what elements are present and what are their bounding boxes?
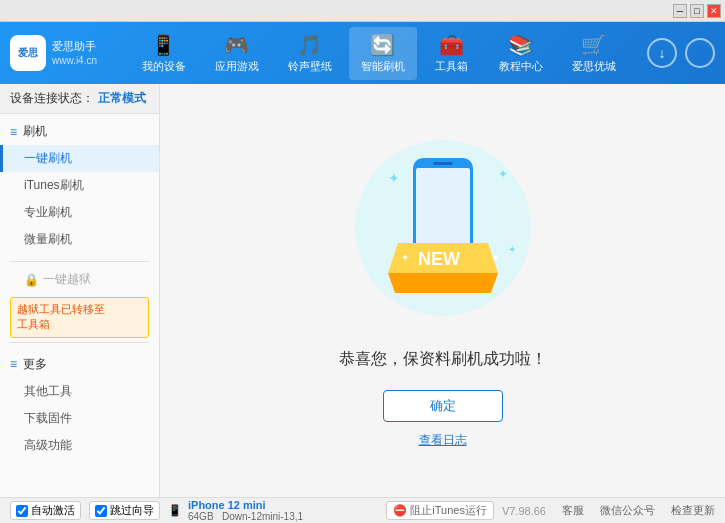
- sidebar-divider-1: [10, 261, 149, 262]
- bottom-bar: 自动激活 跳过向导 📱 iPhone 12 mini 64GB Down-12m…: [0, 497, 725, 523]
- maximize-button[interactable]: □: [690, 4, 704, 18]
- content-area: ✦ ✦ ✦ NEW ✦ ✦: [160, 84, 725, 497]
- logo-icon: 爱思: [10, 35, 46, 71]
- ringtone-icon: 🎵: [297, 33, 322, 57]
- auto-connect-input[interactable]: [16, 505, 28, 517]
- nav-smart-flash[interactable]: 🔄 智能刷机: [349, 27, 417, 80]
- title-bar: ─ □ ✕: [0, 0, 725, 22]
- flash-section-icon: ≡: [10, 125, 17, 139]
- sidebar-item-download-firmware[interactable]: 下载固件: [0, 405, 159, 432]
- header: 爱思 爱思助手 www.i4.cn 📱 我的设备 🎮 应用游戏 🎵 铃声壁纸 🔄…: [0, 22, 725, 84]
- daily-link[interactable]: 查看日志: [419, 432, 467, 449]
- flash-section-header[interactable]: ≡ 刷机: [0, 118, 159, 145]
- check-update-link[interactable]: 检查更新: [671, 503, 715, 518]
- device-phone-icon: 📱: [168, 504, 182, 517]
- lock-icon: 🔒: [24, 273, 39, 287]
- apps-icon: 🎮: [224, 33, 249, 57]
- sidebar-section-more: ≡ 更多 其他工具 下载固件 高级功能: [0, 347, 159, 463]
- window-controls[interactable]: ─ □ ✕: [673, 4, 721, 18]
- nav-ringtones[interactable]: 🎵 铃声壁纸: [276, 27, 344, 80]
- sidebar-item-one-click-flash[interactable]: 一键刷机: [0, 145, 159, 172]
- logo-area: 爱思 爱思助手 www.i4.cn: [10, 35, 110, 71]
- main-container: 设备连接状态： 正常模式 ≡ 刷机 一键刷机 iTunes刷机 专业刷机 微量刷…: [0, 84, 725, 497]
- close-button[interactable]: ✕: [707, 4, 721, 18]
- wechat-link[interactable]: 微信公众号: [600, 503, 655, 518]
- sidebar-item-other-tools[interactable]: 其他工具: [0, 378, 159, 405]
- svg-text:✦: ✦: [491, 252, 499, 263]
- svg-text:✦: ✦: [508, 244, 516, 255]
- sidebar-item-advanced[interactable]: 高级功能: [0, 432, 159, 459]
- sidebar-item-no-data-flash[interactable]: 微量刷机: [0, 226, 159, 253]
- nav-tutorial[interactable]: 📚 教程中心: [487, 27, 555, 80]
- sidebar-divider-2: [10, 342, 149, 343]
- sidebar: 设备连接状态： 正常模式 ≡ 刷机 一键刷机 iTunes刷机 专业刷机 微量刷…: [0, 84, 160, 497]
- logo-text: 爱思助手 www.i4.cn: [52, 39, 97, 66]
- header-right: ↓ 👤: [647, 38, 715, 68]
- status-bar: 设备连接状态： 正常模式: [0, 84, 159, 114]
- bottom-right: V7.98.66 客服 微信公众号 检查更新: [502, 503, 715, 518]
- auto-connect-checkbox[interactable]: 自动激活: [10, 501, 81, 520]
- svg-text:✦: ✦: [498, 167, 508, 181]
- illustration-svg: ✦ ✦ ✦ NEW ✦ ✦: [343, 133, 543, 333]
- user-button[interactable]: 👤: [685, 38, 715, 68]
- more-section-header[interactable]: ≡ 更多: [0, 351, 159, 378]
- jailbreak-notice: 越狱工具已转移至工具箱: [10, 297, 149, 338]
- sidebar-section-flash: ≡ 刷机 一键刷机 iTunes刷机 专业刷机 微量刷机: [0, 114, 159, 257]
- flash-icon: 🔄: [370, 33, 395, 57]
- device-info: 📱 iPhone 12 mini 64GB Down-12mini-13,1: [168, 499, 303, 522]
- phone-icon: 📱: [151, 33, 176, 57]
- svg-rect-8: [433, 162, 453, 165]
- support-link[interactable]: 客服: [562, 503, 584, 518]
- more-section-icon: ≡: [10, 357, 17, 371]
- nav-bar: 📱 我的设备 🎮 应用游戏 🎵 铃声壁纸 🔄 智能刷机 🧰 工具箱 📚 教程中心…: [110, 27, 647, 80]
- sidebar-jailbreak-disabled: 🔒 一键越狱: [0, 266, 159, 293]
- svg-marker-11: [388, 273, 498, 293]
- itunes-icon: ⛔: [393, 504, 407, 517]
- toolbox-icon: 🧰: [439, 33, 464, 57]
- tutorial-icon: 📚: [508, 33, 533, 57]
- version-text: V7.98.66: [502, 505, 546, 517]
- nav-apps-games[interactable]: 🎮 应用游戏: [203, 27, 271, 80]
- confirm-button[interactable]: 确定: [383, 390, 503, 422]
- skip-wizard-input[interactable]: [95, 505, 107, 517]
- nav-toolbox[interactable]: 🧰 工具箱: [422, 27, 482, 80]
- svg-text:✦: ✦: [388, 170, 400, 186]
- download-button[interactable]: ↓: [647, 38, 677, 68]
- bottom-left: 自动激活 跳过向导 📱 iPhone 12 mini 64GB Down-12m…: [10, 499, 378, 522]
- nav-store[interactable]: 🛒 爱思优城: [560, 27, 628, 80]
- minimize-button[interactable]: ─: [673, 4, 687, 18]
- sidebar-item-itunes-flash[interactable]: iTunes刷机: [0, 172, 159, 199]
- itunes-button[interactable]: ⛔ 阻止iTunes运行: [386, 501, 494, 520]
- svg-text:NEW: NEW: [418, 249, 460, 269]
- sidebar-item-pro-flash[interactable]: 专业刷机: [0, 199, 159, 226]
- nav-my-device[interactable]: 📱 我的设备: [130, 27, 198, 80]
- skip-wizard-checkbox[interactable]: 跳过向导: [89, 501, 160, 520]
- success-message: 恭喜您，保资料刷机成功啦！: [339, 349, 547, 370]
- svg-text:✦: ✦: [401, 252, 409, 263]
- success-illustration: ✦ ✦ ✦ NEW ✦ ✦: [343, 133, 543, 333]
- store-icon: 🛒: [581, 33, 606, 57]
- svg-rect-6: [416, 168, 470, 256]
